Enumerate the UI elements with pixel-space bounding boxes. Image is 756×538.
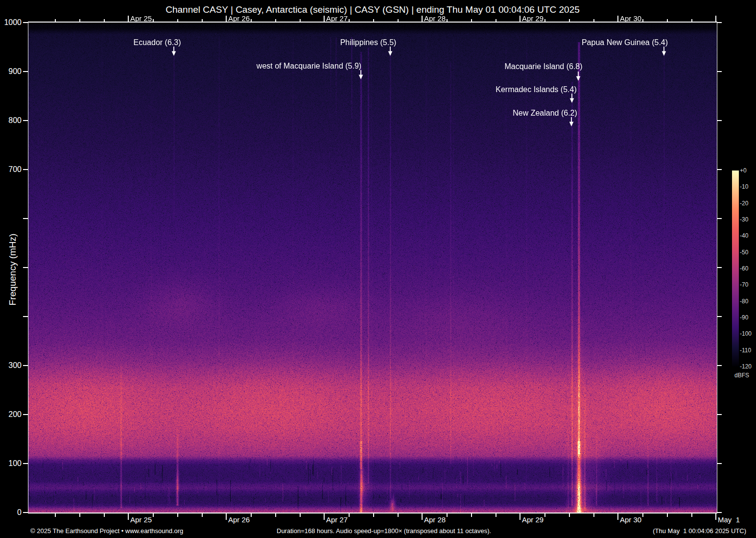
y-tick-left <box>23 22 28 23</box>
x-minor-tick-bottom <box>300 514 301 517</box>
x-minor-tick-bottom <box>153 514 154 517</box>
colorbar-tick-label: +0 <box>740 167 747 174</box>
colorbar-tick-label: -110 <box>740 347 751 354</box>
y-tick-label: 0 <box>0 508 22 517</box>
x-minor-tick-bottom <box>642 514 643 517</box>
x-major-tick-bottom <box>617 514 618 520</box>
x-minor-tick-top <box>153 19 154 23</box>
y-tick-right <box>717 22 722 23</box>
y-tick-label: 900 <box>0 67 22 76</box>
x-tick-label-bottom: Apr 28 <box>424 515 446 524</box>
x-major-tick-top <box>324 16 325 23</box>
x-minor-tick-top <box>55 19 56 23</box>
x-minor-tick-bottom <box>55 514 56 517</box>
y-tick-right <box>717 512 722 513</box>
x-major-tick-bottom <box>715 514 716 520</box>
down-arrow-icon <box>568 117 574 126</box>
event-label: west of Macquarie Island (5.9) <box>257 62 361 71</box>
y-tick-label: 300 <box>0 361 22 370</box>
x-minor-tick-top <box>251 19 252 23</box>
spectrogram-app: Channel CASY | Casey, Antarctica (seismi… <box>0 0 756 538</box>
x-minor-tick-bottom <box>349 514 350 517</box>
x-major-tick-top <box>715 16 716 23</box>
colorbar-tick-label: -50 <box>740 249 748 256</box>
x-minor-tick-bottom <box>251 514 252 517</box>
x-minor-tick-top <box>691 19 692 23</box>
x-minor-tick-bottom <box>667 514 668 517</box>
x-minor-tick-top <box>177 19 178 23</box>
down-arrow-icon <box>387 47 393 56</box>
x-minor-tick-bottom <box>398 514 399 517</box>
event-label: Macquarie Island (6.8) <box>504 62 582 71</box>
x-minor-tick-top <box>447 19 448 23</box>
x-minor-tick-top <box>275 19 276 23</box>
plot-border <box>28 22 717 514</box>
x-minor-tick-top <box>642 19 643 23</box>
y-tick-label: 1000 <box>0 18 22 27</box>
down-arrow-icon <box>358 70 364 79</box>
x-minor-tick-top <box>104 19 105 23</box>
x-minor-tick-bottom <box>471 514 472 517</box>
y-tick-right <box>717 71 722 72</box>
chart-title: Channel CASY | Casey, Antarctica (seismi… <box>28 4 717 15</box>
x-tick-label-top: Apr 27 <box>326 14 348 23</box>
x-minor-tick-top <box>202 19 203 23</box>
colorbar-gradient <box>732 171 739 367</box>
x-minor-tick-top <box>373 19 374 23</box>
x-minor-tick-top <box>471 19 472 23</box>
y-tick-right <box>717 169 722 170</box>
x-minor-tick-top <box>593 19 594 23</box>
event-label: New Zealand (6.2) <box>513 109 577 118</box>
colorbar-tick-label: -80 <box>740 298 748 305</box>
y-tick-left <box>23 169 28 170</box>
colorbar-tick-label: -60 <box>740 265 748 272</box>
y-tick-right <box>717 316 722 317</box>
x-minor-tick-bottom <box>275 514 276 517</box>
x-tick-label-top: Apr 30 <box>620 14 641 23</box>
x-tick-label-bottom: Apr 25 <box>130 515 152 524</box>
footer-timestamp: (Thu May 1 00:04:06 2025 UTC) <box>653 527 746 535</box>
y-tick-label: 200 <box>0 410 22 419</box>
x-major-tick-top <box>617 16 618 23</box>
y-tick-right <box>717 414 722 415</box>
x-minor-tick-bottom <box>544 514 545 517</box>
footer-duration: Duration=168 hours. Audio speed-up=1800×… <box>277 527 491 535</box>
x-major-tick-top <box>520 16 520 23</box>
y-tick-right <box>717 463 722 464</box>
x-minor-tick-top <box>398 19 399 23</box>
x-minor-tick-bottom <box>569 514 570 517</box>
y-tick-left <box>23 414 28 415</box>
x-tick-label-bottom: Apr 30 <box>620 515 641 524</box>
x-minor-tick-bottom <box>496 514 496 517</box>
y-axis-title: Frequency (mHz) <box>7 234 18 306</box>
colorbar-tick-label: -120 <box>740 363 752 370</box>
y-tick-left <box>23 463 28 464</box>
x-major-tick-top <box>226 16 227 23</box>
x-minor-tick-top <box>667 19 668 23</box>
y-tick-label: 800 <box>0 116 22 125</box>
x-tick-label-top: Apr 29 <box>522 14 543 23</box>
y-tick-left <box>23 120 28 121</box>
colorbar-tick-label: -30 <box>740 216 748 223</box>
y-tick-label: 700 <box>0 165 22 174</box>
x-tick-label-bottom: Apr 26 <box>228 515 250 524</box>
x-tick-label-top: Apr 26 <box>228 14 250 23</box>
x-tick-label-top: Apr 25 <box>130 14 152 23</box>
colorbar-tick-label: -20 <box>740 200 748 207</box>
x-minor-tick-bottom <box>593 514 594 517</box>
x-major-tick-top <box>422 16 423 23</box>
x-minor-tick-top <box>569 19 570 23</box>
x-minor-tick-top <box>79 19 80 23</box>
x-minor-tick-top <box>496 19 496 23</box>
x-major-tick-bottom <box>226 514 227 520</box>
x-major-tick-bottom <box>128 514 129 520</box>
x-minor-tick-bottom <box>79 514 80 517</box>
down-arrow-icon <box>575 72 581 81</box>
down-arrow-icon <box>661 47 667 56</box>
x-minor-tick-bottom <box>202 514 203 517</box>
event-label: Philippines (5.5) <box>340 38 397 47</box>
y-tick-left <box>23 365 28 366</box>
y-tick-right <box>717 365 722 366</box>
x-minor-tick-top <box>300 19 301 23</box>
down-arrow-icon <box>171 47 177 56</box>
